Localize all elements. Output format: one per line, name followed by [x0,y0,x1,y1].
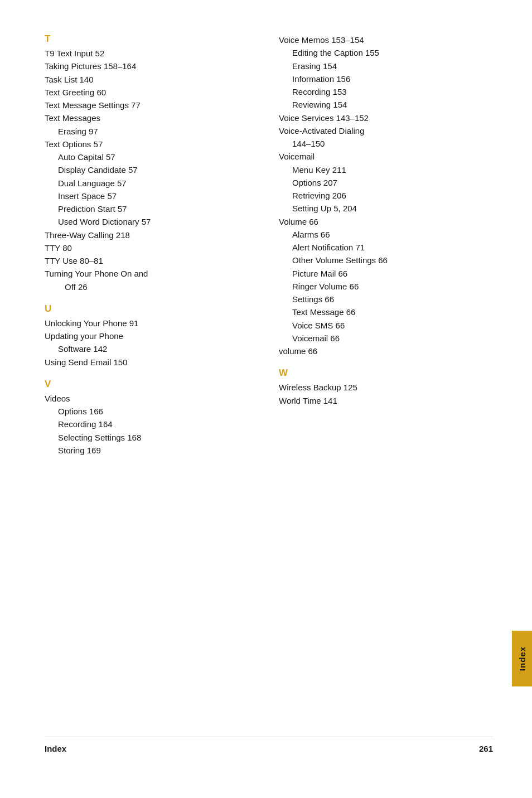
section-letter-U: U [45,303,257,315]
section-letter-V: V [45,379,257,390]
index-entry: Retrieving 206 [292,189,493,202]
index-entry: Taking Pictures 158–164 [45,60,257,72]
index-entry: Erasing 154 [292,60,493,72]
index-entry: Alert Notification 71 [292,241,493,254]
index-entry: Display Candidate 57 [58,163,257,176]
index-entry: 144–150 [292,137,493,150]
index-entry: Dual Language 57 [58,177,257,190]
index-entry: Task List 140 [45,73,257,86]
index-entry: Software 142 [58,342,257,355]
index-tab: Index [512,631,532,686]
index-entry: Off 26 [65,280,257,293]
section-letter-W: W [279,367,493,379]
index-entry: Voice-Activated Dialing [279,124,493,137]
index-entry: Text Messages [45,112,257,124]
index-entry: Voice SMS 66 [292,319,493,332]
index-entry: Voicemail [279,150,493,163]
footer-page: 261 [479,744,493,753]
index-entry: T9 Text Input 52 [45,47,257,60]
index-entry: Wireless Backup 125 [279,381,493,394]
index-entry: Editing the Caption 155 [292,46,493,59]
index-entry: Used Word Dictionary 57 [58,215,257,228]
index-entry: World Time 141 [279,394,493,407]
left-column: TT9 Text Input 52Taking Pictures 158–164… [45,33,257,714]
index-entry: Alarms 66 [292,228,493,241]
index-entry: Information 156 [292,72,493,85]
index-entry: Text Message Settings 77 [45,99,257,112]
index-entry: Options 166 [58,405,257,418]
index-entry: Turning Your Phone On and [45,267,257,280]
index-entry: Auto Capital 57 [58,151,257,163]
index-entry: Recording 164 [58,418,257,431]
index-entry: Videos [45,392,257,405]
page-footer: Index 261 [45,737,493,753]
index-entry: Volume 66 [279,215,493,228]
index-entry: Menu Key 211 [292,163,493,176]
index-entry: Three-Way Calling 218 [45,229,257,241]
index-entry: Voice Services 143–152 [279,112,493,124]
index-entry: Ringer Volume 66 [292,280,493,293]
index-entry: Options 207 [292,176,493,189]
index-entry: Settings 66 [292,293,493,306]
index-tab-text: Index [518,646,527,671]
footer-label: Index [45,744,66,753]
index-entry: Other Volume Settings 66 [292,254,493,267]
page-container: TT9 Text Input 52Taking Pictures 158–164… [0,0,532,798]
right-column: Voice Memos 153–154Editing the Caption 1… [279,33,493,714]
index-entry: Text Options 57 [45,138,257,151]
index-entry: TTY Use 80–81 [45,254,257,267]
index-entry: Insert Space 57 [58,190,257,202]
index-entry: Recording 153 [292,85,493,98]
index-entry: Using Send Email 150 [45,356,257,369]
index-entry: Updating your Phone [45,330,257,342]
content-area: TT9 Text Input 52Taking Pictures 158–164… [45,33,493,714]
index-entry: Picture Mail 66 [292,267,493,280]
section-letter-T: T [45,33,257,45]
index-entry: Text Greeting 60 [45,86,257,99]
index-entry: Setting Up 5, 204 [292,202,493,215]
index-entry: volume 66 [279,345,493,357]
index-entry: Voice Memos 153–154 [279,33,493,46]
index-entry: Storing 169 [58,444,257,457]
index-entry: Reviewing 154 [292,98,493,111]
index-entry: Erasing 97 [58,125,257,138]
index-entry: Selecting Settings 168 [58,431,257,444]
index-entry: Text Message 66 [292,306,493,318]
index-entry: Prediction Start 57 [58,202,257,215]
index-entry: Voicemail 66 [292,332,493,345]
index-entry: TTY 80 [45,241,257,254]
index-entry: Unlocking Your Phone 91 [45,317,257,330]
